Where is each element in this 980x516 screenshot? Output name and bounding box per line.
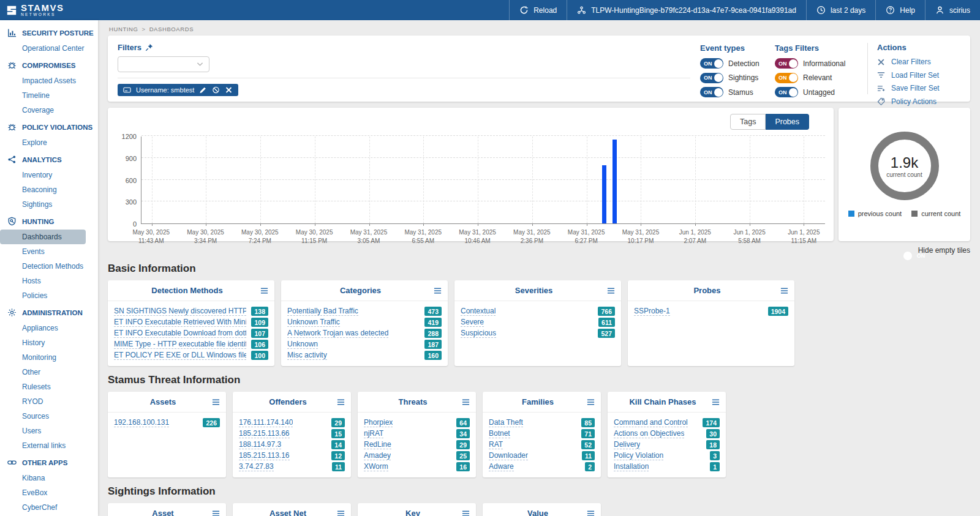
- tile-item-link[interactable]: Unknown Traffic: [287, 318, 340, 327]
- sidebar-item-rulesets[interactable]: Rulesets: [0, 380, 98, 394]
- edit-icon[interactable]: [199, 86, 207, 94]
- count-badge[interactable]: 107: [251, 329, 268, 338]
- sidebar-item-hosts[interactable]: Hosts: [0, 274, 98, 288]
- count-badge[interactable]: 100: [251, 351, 268, 360]
- tile-item-link[interactable]: njRAT: [364, 429, 383, 438]
- count-badge[interactable]: 766: [598, 307, 615, 316]
- count-badge[interactable]: 15: [331, 429, 345, 438]
- tile-item-link[interactable]: Phorpiex: [364, 418, 393, 427]
- sidebar-item-sources[interactable]: Sources: [0, 409, 98, 424]
- tile-item-link[interactable]: RAT: [489, 440, 503, 449]
- count-badge[interactable]: 174: [703, 418, 720, 427]
- count-badge[interactable]: 29: [331, 418, 345, 427]
- relevant-toggle[interactable]: ON: [775, 73, 798, 83]
- tile-item-link[interactable]: ET INFO Executable Retrieved With Minima…: [114, 318, 246, 327]
- sidebar-item-inventory[interactable]: Inventory: [0, 168, 98, 182]
- sidebar-item-history[interactable]: History: [0, 335, 98, 350]
- count-badge[interactable]: 611: [598, 318, 615, 327]
- tile-item-link[interactable]: 188.114.97.3: [239, 440, 281, 449]
- count-badge[interactable]: 52: [581, 440, 595, 449]
- topbar-item-last-2-days[interactable]: last 2 days: [806, 0, 875, 20]
- count-badge[interactable]: 2: [585, 462, 595, 471]
- tile-item-link[interactable]: XWorm: [364, 462, 388, 471]
- topbar-item-reload[interactable]: Reload: [509, 0, 567, 20]
- count-badge[interactable]: 527: [598, 329, 615, 338]
- sidebar-item-explore[interactable]: Explore: [0, 135, 98, 150]
- tile-item-link[interactable]: Command and Control: [614, 418, 688, 427]
- tile-item-link[interactable]: Data Theft: [489, 418, 523, 427]
- menu-icon[interactable]: [337, 510, 345, 516]
- tile-item-link[interactable]: Downloader: [489, 451, 528, 460]
- sidebar-item-sightings[interactable]: Sightings: [0, 197, 98, 212]
- sightings-toggle[interactable]: ON: [700, 73, 723, 83]
- menu-icon[interactable]: [212, 510, 220, 516]
- sidebar-item-impacted-assets[interactable]: Impacted Assets: [0, 73, 98, 88]
- count-badge[interactable]: 11: [582, 451, 595, 460]
- sidebar-item-coverage[interactable]: Coverage: [0, 103, 98, 118]
- stamus-toggle[interactable]: ON: [700, 87, 723, 97]
- count-badge[interactable]: 14: [331, 440, 345, 449]
- breadcrumb-dashboards[interactable]: DASHBOARDS: [149, 26, 194, 32]
- count-badge[interactable]: 85: [581, 418, 595, 427]
- tile-item-link[interactable]: Misc activity: [287, 351, 327, 360]
- filter-select-input[interactable]: [118, 56, 209, 72]
- chart-bar[interactable]: [602, 165, 606, 223]
- sidebar-item-monitoring[interactable]: Monitoring: [0, 350, 98, 365]
- topbar-item-help[interactable]: Help: [875, 0, 925, 20]
- detection-toggle[interactable]: ON: [700, 58, 723, 69]
- tile-item-link[interactable]: Policy Violation: [614, 451, 663, 460]
- count-badge[interactable]: 106: [251, 340, 268, 349]
- negate-icon[interactable]: [212, 86, 220, 94]
- sidebar-item-timeline[interactable]: Timeline: [0, 88, 98, 103]
- count-badge[interactable]: 29: [456, 440, 470, 449]
- tile-item-link[interactable]: SSProbe-1: [634, 307, 670, 316]
- menu-icon[interactable]: [462, 510, 470, 516]
- sidebar-item-beaconing[interactable]: Beaconing: [0, 182, 98, 197]
- menu-icon[interactable]: [780, 287, 788, 294]
- tile-item-link[interactable]: Suspicious: [461, 329, 496, 338]
- count-badge[interactable]: 473: [424, 307, 442, 316]
- tile-item-link[interactable]: Adware: [489, 462, 514, 471]
- count-badge[interactable]: 25: [456, 451, 470, 460]
- count-badge[interactable]: 34: [456, 429, 470, 438]
- informational-toggle[interactable]: ON: [775, 58, 798, 69]
- tile-item-link[interactable]: RedLine: [364, 440, 391, 449]
- count-badge[interactable]: 109: [251, 318, 268, 327]
- sidebar-item-events[interactable]: Events: [0, 244, 98, 259]
- tile-item-link[interactable]: MIME Type - HTTP executable file identif…: [114, 340, 246, 349]
- tile-item-link[interactable]: Unknown: [287, 340, 318, 349]
- sidebar-item-cyberchef[interactable]: CyberChef: [0, 500, 98, 515]
- tile-item-link[interactable]: 192.168.100.131: [114, 418, 169, 427]
- count-badge[interactable]: 64: [456, 418, 470, 427]
- count-badge[interactable]: 30: [706, 429, 720, 438]
- action-save-filter-set[interactable]: Save Filter Set: [877, 84, 962, 92]
- action-load-filter-set[interactable]: Load Filter Set: [877, 71, 962, 80]
- count-badge[interactable]: 1904: [768, 307, 788, 316]
- tile-item-link[interactable]: A Network Trojan was detected: [287, 329, 388, 338]
- tab-probes[interactable]: Probes: [766, 114, 809, 130]
- sidebar-item-evebox[interactable]: EveBox: [0, 485, 98, 500]
- sidebar-item-appliances[interactable]: Appliances: [0, 321, 98, 335]
- close-icon[interactable]: [225, 86, 233, 94]
- menu-icon[interactable]: [712, 398, 720, 406]
- tile-item-link[interactable]: Contextual: [461, 307, 496, 316]
- sidebar-item-external-links[interactable]: External links: [0, 438, 98, 453]
- sidebar-item-dashboards[interactable]: Dashboards: [0, 230, 86, 244]
- count-badge[interactable]: 1: [710, 462, 720, 471]
- untagged-toggle[interactable]: ON: [775, 87, 798, 97]
- menu-icon[interactable]: [260, 287, 268, 294]
- sidebar-item-ryod[interactable]: RYOD: [0, 394, 98, 409]
- tile-item-link[interactable]: ET INFO Executable Download from dotted-…: [114, 329, 246, 338]
- sidebar-item-operational-center[interactable]: Operational Center: [0, 41, 98, 56]
- menu-icon[interactable]: [587, 398, 595, 406]
- tile-item-link[interactable]: Amadey: [364, 451, 391, 460]
- sidebar-item-kibana[interactable]: Kibana: [0, 471, 98, 485]
- menu-icon[interactable]: [462, 398, 470, 406]
- count-badge[interactable]: 3: [710, 451, 720, 460]
- menu-icon[interactable]: [607, 287, 615, 294]
- menu-icon[interactable]: [212, 398, 220, 406]
- count-badge[interactable]: 187: [424, 340, 442, 349]
- filter-chip-username[interactable]: Username: smbtest: [118, 84, 238, 96]
- tile-item-link[interactable]: Botnet: [489, 429, 510, 438]
- count-badge[interactable]: 12: [331, 451, 345, 460]
